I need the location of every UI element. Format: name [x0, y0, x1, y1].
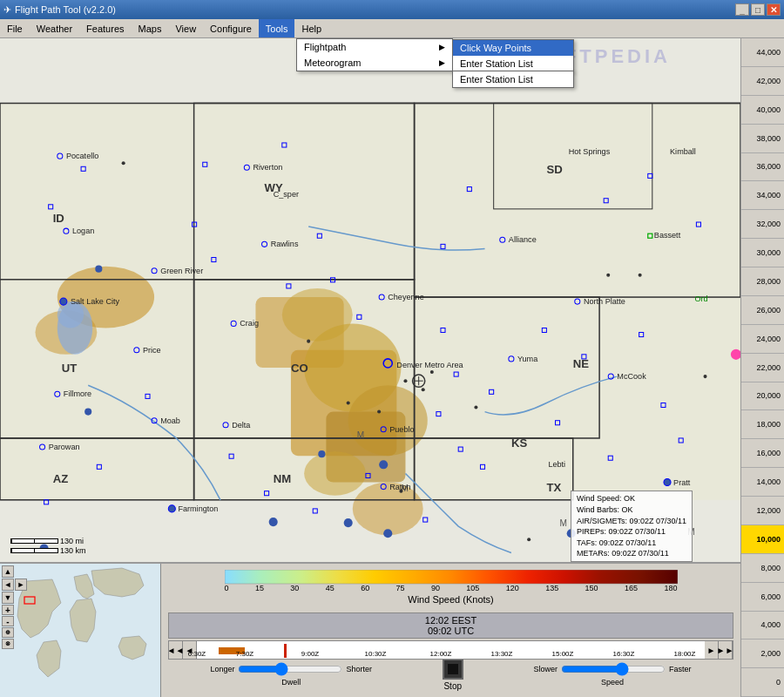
nav-down[interactable]: ▼ — [2, 592, 14, 604]
svg-point-143 — [377, 410, 381, 414]
svg-text:Denver Metro Area: Denver Metro Area — [396, 361, 463, 369]
timeline-track[interactable]: 6:30Z 7:30Z 9:00Z 10:30Z 12:00Z 13:30Z 1… — [197, 641, 705, 659]
bottom-panel: ▲ ◄ ► ▼ + - ⊕ ⊗ — [0, 562, 740, 697]
controls-row: Longer Shorter Dwell Stop — [168, 661, 733, 687]
svg-text:Riverton: Riverton — [253, 163, 282, 172]
minimap[interactable]: ▲ ◄ ► ▼ + - ⊕ ⊗ — [0, 564, 161, 697]
stop-icon — [448, 664, 458, 674]
nav-right[interactable]: ► — [15, 579, 27, 591]
scale-item: 36,000 — [741, 153, 784, 182]
scale-item: 0 — [741, 668, 784, 697]
scale-item: 2,000 — [741, 639, 784, 668]
svg-text:Alliance: Alliance — [509, 235, 537, 244]
app-icon: ✈ — [3, 4, 11, 16]
scale-item: 4,000 — [741, 612, 784, 640]
flightpath-label: Flightpath — [304, 42, 346, 52]
main-content: SOFTPEDIA — [0, 38, 784, 697]
scale-item: 24,000 — [741, 325, 784, 354]
scale-item: 40,000 — [741, 96, 784, 125]
svg-text:C_sper: C_sper — [274, 190, 299, 199]
nav-up[interactable]: ▲ — [2, 565, 14, 578]
minimize-button[interactable]: _ — [735, 3, 749, 16]
svg-point-139 — [422, 388, 425, 391]
zoom-reset[interactable]: ⊗ — [2, 639, 14, 649]
time-display: 12:02 EEST 09:02 UTC ◄◄ ◄ 6: — [161, 611, 740, 697]
menubar: File Weather Features Maps View Configur… — [0, 19, 784, 38]
nav-left[interactable]: ◄ — [2, 579, 14, 591]
svg-rect-153 — [225, 570, 678, 584]
scale-item: 34,000 — [741, 181, 784, 210]
svg-point-138 — [403, 379, 407, 382]
titlebar-title: ✈ Flight Path Tool (v2.2.0) — [3, 4, 116, 16]
enter-station-list-flight[interactable]: Enter Station List — [453, 56, 573, 71]
stop-label: Stop — [443, 681, 462, 691]
menu-tools[interactable]: Tools — [259, 19, 295, 37]
scale-miles: 130 mi — [10, 537, 86, 545]
svg-point-136 — [474, 406, 477, 409]
dwell-label: Dwell — [281, 678, 301, 687]
flightpath-submenu: Click Way Points Enter Station List — [452, 39, 574, 72]
zoom-in[interactable]: + — [2, 605, 14, 615]
dropdown-meteorogram[interactable]: Meteorogram ▶ Enter Station List — [297, 55, 452, 71]
svg-text:Farmington: Farmington — [178, 504, 218, 513]
menu-view[interactable]: View — [168, 19, 203, 37]
svg-point-144 — [527, 538, 531, 541]
dropdown-flightpath[interactable]: Flightpath ▶ Click Way Points Enter Stat… — [297, 39, 452, 55]
timeline[interactable]: ◄◄ ◄ 6:30Z 7:30Z 9:00Z 10:30Z — [168, 640, 733, 660]
airsigmets-status: AIR/SIGMETs: 09:02Z 07/30/11 — [577, 516, 686, 527]
wind-legend: 0 15 30 45 60 75 90 105 120 135 150 165 … — [161, 564, 740, 611]
menu-configure[interactable]: Configure — [203, 19, 259, 37]
svg-point-126 — [84, 409, 91, 416]
svg-point-141 — [399, 490, 402, 493]
svg-text:M: M — [560, 518, 567, 528]
meteorogram-arrow: ▶ — [439, 58, 445, 67]
svg-point-145 — [606, 274, 610, 277]
close-button[interactable]: ✕ — [767, 3, 781, 16]
svg-text:Hot Springs: Hot Springs — [569, 147, 611, 156]
zoom-out[interactable]: - — [2, 616, 14, 626]
svg-text:Price: Price — [143, 346, 161, 355]
svg-text:McCook: McCook — [617, 372, 646, 381]
wind-gradient-bar — [225, 570, 678, 584]
speed-slider-container: Slower Faster — [534, 662, 692, 676]
svg-text:Craig: Craig — [240, 319, 259, 328]
menu-weather[interactable]: Weather — [30, 19, 79, 37]
menu-maps[interactable]: Maps — [132, 19, 169, 37]
svg-text:Cheyenne: Cheyenne — [388, 293, 423, 301]
zoom-fit[interactable]: ⊕ — [2, 627, 14, 638]
flightpath-arrow: ▶ — [439, 43, 445, 51]
svg-text:NM: NM — [274, 472, 291, 485]
svg-text:Pueblo: Pueblo — [389, 425, 414, 434]
timeline-fwd-fast[interactable]: ►► — [719, 641, 733, 659]
svg-text:TX: TX — [546, 481, 561, 494]
map-area[interactable]: SOFTPEDIA — [0, 38, 740, 697]
slower-label: Slower — [534, 665, 558, 673]
time-730z: 7:30Z — [236, 650, 253, 658]
time-1800z: 18:00Z — [674, 650, 696, 658]
click-waypoints[interactable]: Click Way Points — [453, 40, 573, 56]
svg-text:ID: ID — [53, 212, 64, 225]
speed-slider[interactable] — [561, 662, 666, 676]
svg-text:Kimball: Kimball — [670, 147, 696, 156]
svg-point-127 — [95, 266, 102, 273]
scale-item: 32,000 — [741, 210, 784, 239]
svg-point-129 — [344, 518, 353, 527]
dwell-slider[interactable] — [238, 662, 342, 676]
timeline-back-fast[interactable]: ◄◄ — [169, 641, 183, 659]
menu-file[interactable]: File — [0, 19, 30, 37]
maximize-button[interactable]: □ — [751, 3, 765, 16]
menu-features[interactable]: Features — [79, 19, 131, 37]
svg-text:Delta: Delta — [232, 421, 251, 430]
status-info: Wind Speed: OK Wind Barbs: OK AIR/SIGMET… — [571, 491, 693, 562]
svg-text:Bassett: Bassett — [654, 231, 681, 240]
scale-item: 38,000 — [741, 125, 784, 153]
stop-button[interactable] — [443, 659, 463, 680]
time-1330z: 13:30Z — [491, 650, 513, 658]
svg-text:Rawlins: Rawlins — [271, 240, 299, 248]
menu-help[interactable]: Help — [294, 19, 328, 37]
enter-station-list-meteo[interactable]: Enter Station List — [453, 71, 573, 87]
svg-text:Ord: Ord — [694, 294, 707, 303]
svg-text:Green River: Green River — [160, 267, 203, 275]
svg-point-8 — [348, 385, 428, 456]
svg-point-10 — [353, 483, 423, 536]
